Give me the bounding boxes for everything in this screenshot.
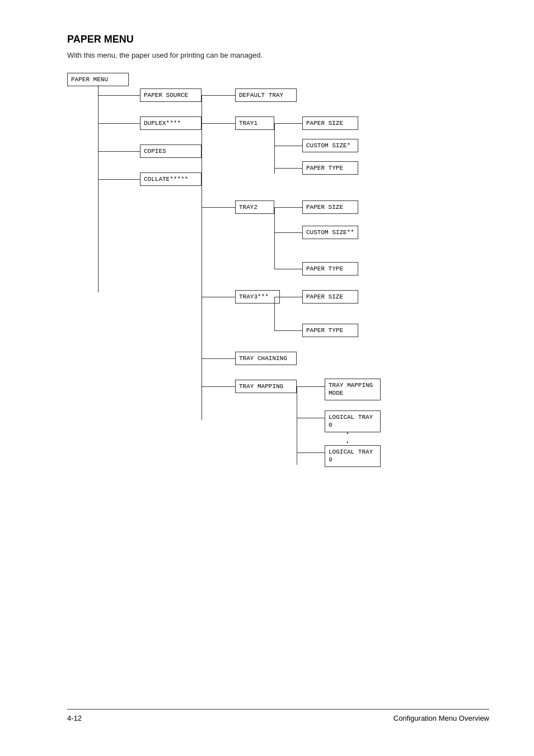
hline-tray2-papertype (274, 269, 302, 269)
footer-divider (67, 709, 489, 710)
box-tray1-paper-type: PAPER TYPE (302, 161, 358, 175)
box-tray2-custom-size: CUSTOM SIZE** (302, 226, 358, 239)
hline-copies (98, 151, 140, 152)
box-tray1-custom-size: CUSTOM SIZE* (302, 139, 358, 152)
vline-root (98, 85, 99, 292)
box-tray-chaining: TRAY CHAINING (235, 352, 297, 365)
hline-tray1-customsize (274, 146, 302, 146)
box-tray3: TRAY3*** (235, 290, 280, 304)
hline-source-to-branch (202, 95, 235, 96)
box-logical-tray-9: LOGICAL TRAY 9 (325, 445, 381, 467)
hline-collate (98, 179, 140, 180)
hline-tray1 (202, 123, 235, 124)
box-logical-tray-0: LOGICAL TRAY 0 (325, 410, 381, 432)
hline-tray1-papertype (274, 168, 302, 169)
box-default-tray: DEFAULT TRAY (235, 88, 297, 102)
box-tray1: TRAY1 (235, 116, 274, 130)
box-tray1-paper-size: PAPER SIZE (302, 116, 358, 130)
hline-tray1-papersize (274, 123, 302, 124)
box-paper-menu: PAPER MENU (67, 73, 129, 86)
hline-paper-source (98, 95, 140, 96)
menu-diagram: PAPER MENU PAPER SOURCE DUPLEX**** COPIE… (67, 73, 470, 476)
section-title: PAPER MENU (67, 34, 489, 45)
box-tray2-paper-type: PAPER TYPE (302, 262, 358, 276)
vline-source-right (202, 95, 202, 420)
box-tray-mapping: TRAY MAPPING (235, 380, 297, 393)
hline-tray2-papersize (274, 207, 302, 208)
hline-tray3-papersize (274, 297, 302, 297)
box-tray3-paper-type: PAPER TYPE (302, 324, 358, 337)
box-paper-source: PAPER SOURCE (140, 88, 202, 102)
chapter-title: Configuration Menu Overview (394, 714, 489, 722)
page-container: PAPER MENU With this menu, the paper use… (0, 0, 534, 756)
box-tray2-paper-size: PAPER SIZE (302, 200, 358, 214)
hline-tray-chaining (202, 358, 235, 359)
vline-tray3-right (274, 297, 275, 330)
hline-logical-tray-9 (297, 452, 325, 453)
hline-tray3 (202, 297, 235, 297)
box-tray3-paper-size: PAPER SIZE (302, 290, 358, 304)
hline-tray-mapping-mode (297, 386, 325, 387)
vline-tray-mapping-right (297, 386, 297, 465)
footer-content: 4-12 Configuration Menu Overview (67, 714, 489, 722)
box-copies: COPIES (140, 144, 202, 158)
hline-duplex (98, 123, 140, 124)
box-tray-mapping-mode: TRAY MAPPING MODE (325, 379, 381, 400)
box-collate: COLLATE***** (140, 172, 202, 186)
box-duplex: DUPLEX**** (140, 116, 202, 130)
footer: 4-12 Configuration Menu Overview (0, 709, 534, 722)
vline-tray1-right (274, 123, 275, 174)
hline-tray3-papertype (274, 330, 302, 331)
hline-tray2-customsize (274, 232, 302, 233)
hline-logical-tray-0 (297, 418, 325, 418)
hline-tray2 (202, 207, 235, 208)
section-description: With this menu, the paper used for print… (67, 51, 489, 59)
hline-tray-mapping (202, 386, 235, 387)
vline-tray2-right (274, 207, 275, 269)
page-number: 4-12 (67, 714, 82, 722)
box-tray2: TRAY2 (235, 200, 274, 214)
